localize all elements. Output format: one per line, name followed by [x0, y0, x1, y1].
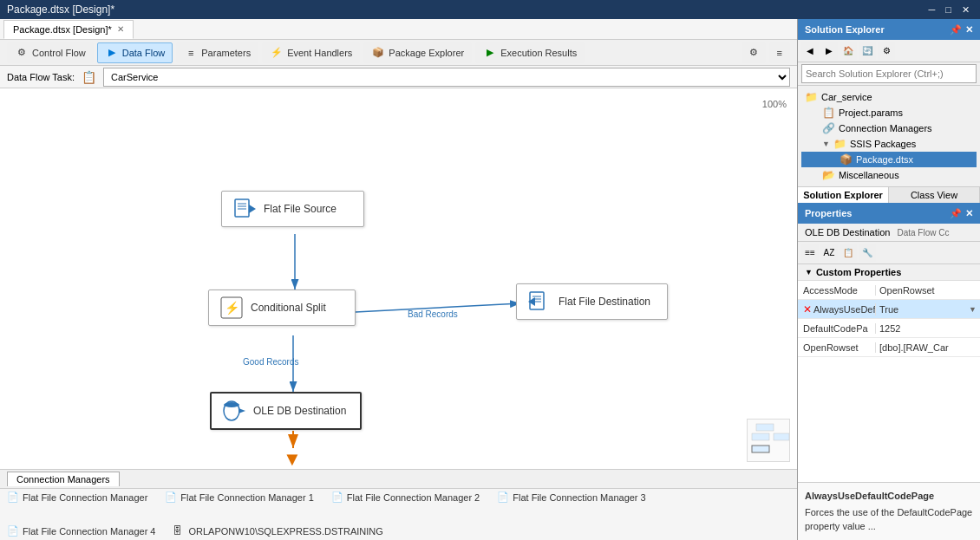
sol-explorer-toolbar: ◀ ▶ 🏠 🔄 ⚙ — [798, 40, 980, 62]
tree-root[interactable]: 📁 Car_service — [801, 89, 977, 105]
flat-file-dest-icon — [527, 290, 552, 314]
parameters-btn[interactable]: ≡ Parameters — [176, 42, 258, 63]
window-title: Package.dtsx [Design]* — [7, 3, 925, 16]
bad-records-label: Bad Records — [408, 309, 458, 319]
props-row-3[interactable]: OpenRowset [dbo].[RAW_Car — [798, 338, 980, 357]
window-controls: ─ □ ✕ — [925, 4, 973, 16]
conn-item-4[interactable]: 📄 Flat File Connection Manager 4 — [7, 525, 155, 537]
props-label-0: AccessMode — [798, 285, 876, 296]
dataflow-task-select[interactable]: CarService — [103, 68, 790, 87]
props-close-icon[interactable]: ✕ — [965, 208, 973, 219]
props-row-1[interactable]: ✕ AlwaysUseDef True ▼ — [798, 300, 980, 319]
solution-tree: 📁 Car_service 📋 Project.params 🔗 Connect… — [798, 86, 980, 186]
tree-item-4[interactable]: 📂 Miscellaneous — [801, 167, 977, 183]
canvas[interactable]: 100% — [0, 88, 797, 469]
conn-item-1[interactable]: 📄 Flat File Connection Manager 1 — [165, 491, 313, 504]
connection-managers-tab[interactable]: Connection Managers — [7, 472, 120, 486]
error-icon-1: ✕ — [803, 303, 812, 316]
props-pin-icon[interactable]: 📌 — [950, 208, 962, 219]
conn-item-2-label: Flat File Connection Manager 2 — [347, 492, 480, 503]
toolbar-extra-btn2[interactable]: ≡ — [769, 42, 790, 63]
props-row-2[interactable]: DefaultCodePa 1252 — [798, 319, 980, 338]
restore-button[interactable]: □ — [942, 4, 955, 16]
sol-back-btn[interactable]: ◀ — [801, 42, 819, 60]
tree-root-label: Car_service — [821, 92, 872, 102]
main-layout: Package.dtsx [Design]* ✕ ⚙ Control Flow … — [0, 19, 980, 540]
conditional-split-node[interactable]: ⚡ Conditional Split — [208, 290, 356, 326]
sol-forward-btn[interactable]: ▶ — [820, 42, 838, 60]
tree-item-2[interactable]: ▼ 📁 SSIS Packages — [801, 136, 977, 152]
control-flow-btn[interactable]: ⚙ Control Flow — [7, 42, 94, 63]
tree-item-3[interactable]: 📦 Package.dtsx — [801, 152, 977, 167]
minimize-button[interactable]: ─ — [925, 4, 939, 16]
flat-file-source-icon — [232, 197, 257, 221]
flat-file-dest-node[interactable]: Flat File Destination — [516, 283, 668, 320]
props-value-1: True ▼ — [876, 304, 980, 315]
props-section-expand: ▼ — [805, 268, 813, 277]
sol-settings-btn[interactable]: ⚙ — [878, 42, 895, 60]
error-arrow-icon: ▼ — [283, 448, 302, 469]
sol-search-input[interactable] — [801, 64, 977, 83]
tree-item-3-label: Package.dtsx — [856, 154, 913, 165]
flat-file-source-node[interactable]: Flat File Source — [221, 191, 364, 227]
sol-explorer-controls: 📌 ✕ — [950, 24, 973, 36]
package-explorer-label: Package Explorer — [389, 48, 464, 58]
minimap[interactable] — [747, 419, 790, 462]
right-panel: Solution Explorer 📌 ✕ ◀ ▶ 🏠 🔄 ⚙ 📁 Car_se… — [798, 19, 980, 540]
sol-home-btn[interactable]: 🏠 — [840, 42, 857, 60]
package-explorer-btn[interactable]: 📦 Package Explorer — [363, 42, 472, 63]
toolbar-extra-btn1[interactable]: ⚙ — [742, 42, 766, 63]
sol-tab-explorer[interactable]: Solution Explorer — [798, 187, 889, 203]
props-value-2: 1252 — [876, 323, 980, 334]
properties-title-bar: OLE DB Destination Data Flow Cc — [798, 224, 980, 242]
execution-results-label: Execution Results — [500, 48, 577, 58]
conn-item-3[interactable]: 📄 Flat File Connection Manager 3 — [497, 491, 645, 504]
props-pages-btn[interactable]: 📋 — [840, 244, 857, 262]
sol-close-icon[interactable]: ✕ — [965, 24, 973, 36]
close-button[interactable]: ✕ — [958, 4, 973, 16]
conditional-split-label: Conditional Split — [251, 302, 326, 314]
good-records-label: Good Records — [243, 357, 298, 367]
conn-item-1-icon: 📄 — [165, 491, 177, 504]
tab-close-btn[interactable]: ✕ — [117, 24, 124, 34]
svg-rect-6 — [235, 199, 249, 217]
canvas-bg: 100% — [0, 88, 797, 469]
tree-root-icon: 📁 — [805, 91, 818, 103]
canvas-svg — [0, 88, 797, 469]
conn-item-0[interactable]: 📄 Flat File Connection Manager — [7, 491, 147, 504]
props-value-3: [dbo].[RAW_Car — [876, 342, 980, 353]
flat-file-source-label: Flat File Source — [264, 203, 336, 215]
conn-item-5[interactable]: 🗄 ORLAPONW10\SQLEXPRESS.DSTRAINING — [173, 525, 382, 537]
svg-rect-23 — [774, 433, 789, 440]
sol-pin-icon[interactable]: 📌 — [950, 24, 962, 36]
conn-item-3-icon: 📄 — [497, 491, 509, 504]
ole-db-dest-node[interactable]: OLE DB Destination — [210, 392, 362, 430]
conn-item-2[interactable]: 📄 Flat File Connection Manager 2 — [331, 491, 480, 504]
execution-results-btn[interactable]: ▶ Execution Results — [475, 42, 585, 63]
ole-db-dest-label: OLE DB Destination — [253, 405, 346, 417]
package-explorer-icon: 📦 — [371, 46, 385, 60]
props-alpha-btn[interactable]: AZ — [820, 244, 838, 262]
dataflow-task-icon: 📋 — [82, 70, 96, 84]
sol-tab-classview[interactable]: Class View — [889, 187, 980, 203]
dropdown-arrow-1[interactable]: ▼ — [969, 305, 977, 314]
svg-point-19 — [224, 402, 239, 407]
tree-item-1[interactable]: 🔗 Connection Managers — [801, 120, 977, 136]
props-row-0[interactable]: AccessMode OpenRowset — [798, 281, 980, 300]
conn-item-3-label: Flat File Connection Manager 3 — [513, 492, 645, 503]
event-handlers-btn[interactable]: ⚡ Event Handlers — [262, 42, 360, 63]
props-categories-btn[interactable]: ≡≡ — [801, 244, 819, 262]
props-desc-name: AlwaysUseDefaultCodePage — [805, 490, 973, 503]
solution-explorer-title: Solution Explorer — [805, 24, 885, 35]
data-flow-btn[interactable]: ▶ Data Flow — [97, 42, 173, 63]
sol-refresh-btn[interactable]: 🔄 — [859, 42, 876, 60]
conn-item-4-icon: 📄 — [7, 525, 19, 537]
tree-item-0-icon: 📋 — [822, 107, 835, 119]
tree-item-0[interactable]: 📋 Project.params — [801, 105, 977, 120]
conn-item-2-icon: 📄 — [331, 491, 343, 504]
props-wrench-btn[interactable]: 🔧 — [859, 244, 876, 262]
conn-item-0-label: Flat File Connection Manager — [23, 492, 147, 503]
design-tab[interactable]: Package.dtsx [Design]* ✕ — [3, 20, 134, 39]
ole-db-dest-icon — [222, 399, 246, 423]
connection-managers-bar: Connection Managers — [0, 469, 797, 488]
